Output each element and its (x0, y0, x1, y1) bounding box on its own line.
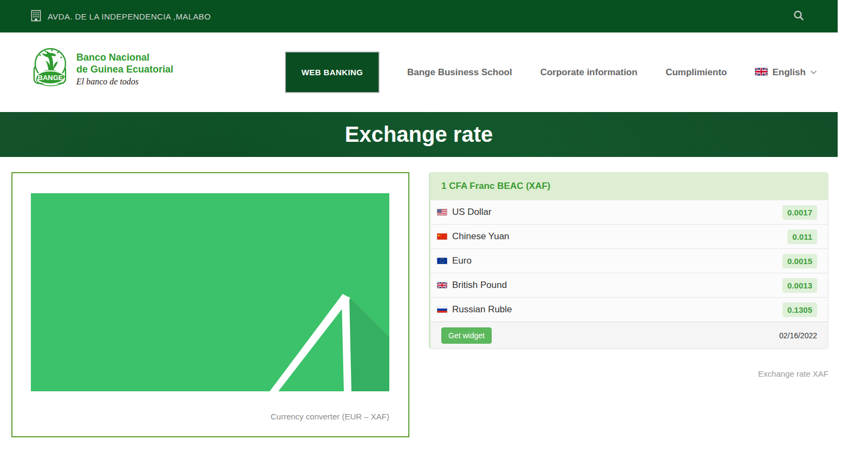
web-banking-button[interactable]: WEB BANKING (285, 52, 379, 93)
rate-value: 0.0015 (782, 254, 817, 268)
address-text: AVDA. DE LA INDEPENDENCIA ,MALABO (48, 12, 211, 21)
site-header: BANGE Banco Nacional de Guinea Ecuatoria… (0, 32, 838, 112)
rate-value: 0.0013 (782, 278, 817, 293)
us-flag-icon (437, 209, 447, 215)
rates-widget-footer: Get widget 02/16/2022 (430, 321, 828, 349)
nav-item-corporate-information[interactable]: Corporate information (540, 67, 637, 78)
exchange-rate-link[interactable]: Exchange rate (758, 369, 811, 378)
currency-name: Russian Ruble (452, 304, 782, 315)
nav-item-cumplimiento[interactable]: Cumplimiento (665, 67, 727, 78)
bange-tree-logo-icon: BANGE (31, 47, 70, 92)
currency-name: Euro (452, 255, 782, 266)
topbar: AVDA. DE LA INDEPENDENCIA ,MALABO (0, 0, 838, 32)
bank-logo[interactable]: BANGE Banco Nacional de Guinea Ecuatoria… (31, 47, 173, 92)
building-icon (31, 10, 41, 23)
exchange-rates-widget: 1 CFA Franc BEAC (XAF) (429, 172, 828, 349)
svg-text:BANGE: BANGE (38, 74, 63, 82)
page-title: Exchange rate (345, 122, 493, 147)
rate-value: 0.011 (787, 229, 817, 244)
currency-name: US Dollar (452, 207, 782, 218)
get-widget-button[interactable]: Get widget (441, 327, 492, 344)
rate-row-british-pound: British Pound 0.0013 (430, 273, 828, 297)
currency-name: British Pound (452, 280, 782, 291)
branch-address: AVDA. DE LA INDEPENDENCIA ,MALABO (31, 10, 211, 23)
main-nav: WEB BANKING Bange Business School Corpor… (285, 32, 817, 112)
rate-row-russian-ruble: Russian Ruble 0.1305 (430, 297, 828, 321)
page-title-banner: Exchange rate (0, 112, 838, 157)
bank-name: Banco Nacional de Guinea Ecuatorial El b… (76, 52, 173, 86)
bank-name-line2: de Guinea Ecuatorial (76, 64, 173, 76)
xaf-link[interactable]: XAF (813, 369, 828, 378)
rate-row-us-dollar: US Dollar 0.0017 (430, 200, 828, 224)
exchange-rate-links: Exchange rateXAF (429, 369, 828, 378)
rates-widget-header: 1 CFA Franc BEAC (XAF) (430, 173, 828, 200)
rate-value: 0.1305 (782, 303, 817, 317)
rate-row-chinese-yuan: Chinese Yuan 0.011 (430, 224, 828, 248)
rate-value: 0.0017 (782, 205, 817, 220)
search-icon (793, 10, 805, 23)
bank-name-line1: Banco Nacional (76, 52, 173, 64)
currency-converter-panel: Currency converter (EUR – XAF) (11, 172, 409, 437)
uk-flag-icon (755, 68, 768, 77)
search-button[interactable] (791, 8, 807, 25)
language-label: English (772, 67, 805, 78)
eu-flag-icon (437, 258, 447, 264)
rates-date: 02/16/2022 (779, 331, 817, 340)
gb-flag-icon (437, 282, 447, 288)
main-content: Currency converter (EUR – XAF) 1 CFA Fra… (11, 172, 838, 437)
chevron-down-icon (810, 68, 817, 76)
cn-flag-icon (437, 233, 447, 240)
currency-name: Chinese Yuan (452, 231, 787, 242)
rate-row-euro: Euro 0.0015 (430, 248, 828, 273)
page: AVDA. DE LA INDEPENDENCIA ,MALABO (0, 0, 838, 437)
ru-flag-icon (437, 306, 447, 313)
bank-tagline: El banco de todos (76, 77, 173, 87)
nav-item-bange-business-school[interactable]: Bange Business School (407, 67, 512, 78)
currency-converter-image (31, 193, 408, 391)
language-selector[interactable]: English (755, 67, 817, 78)
rates-column: 1 CFA Franc BEAC (XAF) (429, 172, 828, 378)
converter-caption: Currency converter (EUR – XAF) (31, 412, 389, 421)
